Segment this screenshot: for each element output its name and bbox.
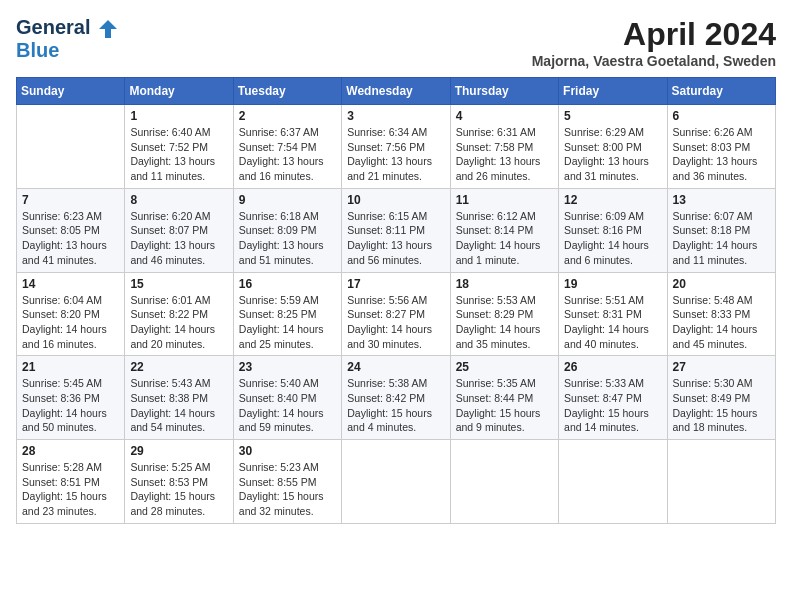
calendar-cell: 25 Sunrise: 5:35 AMSunset: 8:44 PMDaylig… bbox=[450, 356, 558, 440]
calendar-cell bbox=[667, 440, 775, 524]
day-number: 23 bbox=[239, 360, 336, 374]
day-info: Sunrise: 6:01 AMSunset: 8:22 PMDaylight:… bbox=[130, 294, 215, 350]
day-info: Sunrise: 5:35 AMSunset: 8:44 PMDaylight:… bbox=[456, 377, 541, 433]
calendar-cell: 6 Sunrise: 6:26 AMSunset: 8:03 PMDayligh… bbox=[667, 105, 775, 189]
day-number: 15 bbox=[130, 277, 227, 291]
calendar-cell: 21 Sunrise: 5:45 AMSunset: 8:36 PMDaylig… bbox=[17, 356, 125, 440]
day-info: Sunrise: 6:09 AMSunset: 8:16 PMDaylight:… bbox=[564, 210, 649, 266]
day-number: 1 bbox=[130, 109, 227, 123]
svg-marker-0 bbox=[99, 20, 117, 38]
day-info: Sunrise: 5:48 AMSunset: 8:33 PMDaylight:… bbox=[673, 294, 758, 350]
logo: General Blue bbox=[16, 16, 119, 60]
calendar-cell: 23 Sunrise: 5:40 AMSunset: 8:40 PMDaylig… bbox=[233, 356, 341, 440]
weekday-header: Thursday bbox=[450, 78, 558, 105]
logo-blue: Blue bbox=[16, 40, 119, 60]
day-info: Sunrise: 6:15 AMSunset: 8:11 PMDaylight:… bbox=[347, 210, 432, 266]
day-number: 5 bbox=[564, 109, 661, 123]
calendar-cell: 17 Sunrise: 5:56 AMSunset: 8:27 PMDaylig… bbox=[342, 272, 450, 356]
day-info: Sunrise: 6:29 AMSunset: 8:00 PMDaylight:… bbox=[564, 126, 649, 182]
calendar-cell: 5 Sunrise: 6:29 AMSunset: 8:00 PMDayligh… bbox=[559, 105, 667, 189]
calendar-body: 1 Sunrise: 6:40 AMSunset: 7:52 PMDayligh… bbox=[17, 105, 776, 524]
calendar-cell: 14 Sunrise: 6:04 AMSunset: 8:20 PMDaylig… bbox=[17, 272, 125, 356]
calendar-cell bbox=[559, 440, 667, 524]
day-number: 21 bbox=[22, 360, 119, 374]
day-number: 4 bbox=[456, 109, 553, 123]
day-number: 14 bbox=[22, 277, 119, 291]
calendar-cell: 26 Sunrise: 5:33 AMSunset: 8:47 PMDaylig… bbox=[559, 356, 667, 440]
calendar-week-row: 21 Sunrise: 5:45 AMSunset: 8:36 PMDaylig… bbox=[17, 356, 776, 440]
day-number: 22 bbox=[130, 360, 227, 374]
day-info: Sunrise: 6:07 AMSunset: 8:18 PMDaylight:… bbox=[673, 210, 758, 266]
day-number: 11 bbox=[456, 193, 553, 207]
calendar-cell: 30 Sunrise: 5:23 AMSunset: 8:55 PMDaylig… bbox=[233, 440, 341, 524]
calendar-cell: 29 Sunrise: 5:25 AMSunset: 8:53 PMDaylig… bbox=[125, 440, 233, 524]
day-number: 17 bbox=[347, 277, 444, 291]
day-info: Sunrise: 6:18 AMSunset: 8:09 PMDaylight:… bbox=[239, 210, 324, 266]
day-number: 20 bbox=[673, 277, 770, 291]
page-header: General Blue April 2024 Majorna, Vaestra… bbox=[16, 16, 776, 69]
calendar-cell: 15 Sunrise: 6:01 AMSunset: 8:22 PMDaylig… bbox=[125, 272, 233, 356]
month-title: April 2024 bbox=[532, 16, 776, 53]
calendar-cell: 20 Sunrise: 5:48 AMSunset: 8:33 PMDaylig… bbox=[667, 272, 775, 356]
calendar-cell: 24 Sunrise: 5:38 AMSunset: 8:42 PMDaylig… bbox=[342, 356, 450, 440]
weekday-header-row: SundayMondayTuesdayWednesdayThursdayFrid… bbox=[17, 78, 776, 105]
day-info: Sunrise: 5:59 AMSunset: 8:25 PMDaylight:… bbox=[239, 294, 324, 350]
weekday-header: Friday bbox=[559, 78, 667, 105]
day-number: 19 bbox=[564, 277, 661, 291]
calendar-cell: 18 Sunrise: 5:53 AMSunset: 8:29 PMDaylig… bbox=[450, 272, 558, 356]
day-number: 16 bbox=[239, 277, 336, 291]
calendar-cell bbox=[17, 105, 125, 189]
day-number: 26 bbox=[564, 360, 661, 374]
day-info: Sunrise: 5:53 AMSunset: 8:29 PMDaylight:… bbox=[456, 294, 541, 350]
day-info: Sunrise: 5:38 AMSunset: 8:42 PMDaylight:… bbox=[347, 377, 432, 433]
logo-icon bbox=[97, 18, 119, 40]
calendar-cell: 11 Sunrise: 6:12 AMSunset: 8:14 PMDaylig… bbox=[450, 188, 558, 272]
calendar-cell: 27 Sunrise: 5:30 AMSunset: 8:49 PMDaylig… bbox=[667, 356, 775, 440]
day-info: Sunrise: 6:26 AMSunset: 8:03 PMDaylight:… bbox=[673, 126, 758, 182]
day-info: Sunrise: 6:12 AMSunset: 8:14 PMDaylight:… bbox=[456, 210, 541, 266]
calendar-cell bbox=[342, 440, 450, 524]
day-number: 10 bbox=[347, 193, 444, 207]
day-number: 28 bbox=[22, 444, 119, 458]
weekday-header: Sunday bbox=[17, 78, 125, 105]
calendar-cell: 8 Sunrise: 6:20 AMSunset: 8:07 PMDayligh… bbox=[125, 188, 233, 272]
day-info: Sunrise: 5:43 AMSunset: 8:38 PMDaylight:… bbox=[130, 377, 215, 433]
calendar-table: SundayMondayTuesdayWednesdayThursdayFrid… bbox=[16, 77, 776, 524]
calendar-cell: 3 Sunrise: 6:34 AMSunset: 7:56 PMDayligh… bbox=[342, 105, 450, 189]
day-number: 3 bbox=[347, 109, 444, 123]
day-info: Sunrise: 5:40 AMSunset: 8:40 PMDaylight:… bbox=[239, 377, 324, 433]
calendar-week-row: 1 Sunrise: 6:40 AMSunset: 7:52 PMDayligh… bbox=[17, 105, 776, 189]
day-number: 6 bbox=[673, 109, 770, 123]
title-area: April 2024 Majorna, Vaestra Goetaland, S… bbox=[532, 16, 776, 69]
weekday-header: Saturday bbox=[667, 78, 775, 105]
day-number: 29 bbox=[130, 444, 227, 458]
day-info: Sunrise: 5:28 AMSunset: 8:51 PMDaylight:… bbox=[22, 461, 107, 517]
day-number: 7 bbox=[22, 193, 119, 207]
calendar-cell: 7 Sunrise: 6:23 AMSunset: 8:05 PMDayligh… bbox=[17, 188, 125, 272]
day-number: 18 bbox=[456, 277, 553, 291]
day-number: 13 bbox=[673, 193, 770, 207]
day-number: 12 bbox=[564, 193, 661, 207]
calendar-cell: 12 Sunrise: 6:09 AMSunset: 8:16 PMDaylig… bbox=[559, 188, 667, 272]
location-title: Majorna, Vaestra Goetaland, Sweden bbox=[532, 53, 776, 69]
day-info: Sunrise: 6:40 AMSunset: 7:52 PMDaylight:… bbox=[130, 126, 215, 182]
day-info: Sunrise: 5:25 AMSunset: 8:53 PMDaylight:… bbox=[130, 461, 215, 517]
calendar-cell: 13 Sunrise: 6:07 AMSunset: 8:18 PMDaylig… bbox=[667, 188, 775, 272]
day-info: Sunrise: 6:37 AMSunset: 7:54 PMDaylight:… bbox=[239, 126, 324, 182]
day-number: 8 bbox=[130, 193, 227, 207]
calendar-cell: 10 Sunrise: 6:15 AMSunset: 8:11 PMDaylig… bbox=[342, 188, 450, 272]
day-number: 27 bbox=[673, 360, 770, 374]
calendar-cell: 16 Sunrise: 5:59 AMSunset: 8:25 PMDaylig… bbox=[233, 272, 341, 356]
calendar-cell: 19 Sunrise: 5:51 AMSunset: 8:31 PMDaylig… bbox=[559, 272, 667, 356]
day-info: Sunrise: 5:51 AMSunset: 8:31 PMDaylight:… bbox=[564, 294, 649, 350]
calendar-week-row: 14 Sunrise: 6:04 AMSunset: 8:20 PMDaylig… bbox=[17, 272, 776, 356]
day-info: Sunrise: 5:56 AMSunset: 8:27 PMDaylight:… bbox=[347, 294, 432, 350]
logo-text: General bbox=[16, 16, 119, 40]
day-info: Sunrise: 6:20 AMSunset: 8:07 PMDaylight:… bbox=[130, 210, 215, 266]
calendar-cell: 28 Sunrise: 5:28 AMSunset: 8:51 PMDaylig… bbox=[17, 440, 125, 524]
calendar-cell bbox=[450, 440, 558, 524]
weekday-header: Wednesday bbox=[342, 78, 450, 105]
day-info: Sunrise: 6:23 AMSunset: 8:05 PMDaylight:… bbox=[22, 210, 107, 266]
calendar-week-row: 28 Sunrise: 5:28 AMSunset: 8:51 PMDaylig… bbox=[17, 440, 776, 524]
calendar-cell: 1 Sunrise: 6:40 AMSunset: 7:52 PMDayligh… bbox=[125, 105, 233, 189]
